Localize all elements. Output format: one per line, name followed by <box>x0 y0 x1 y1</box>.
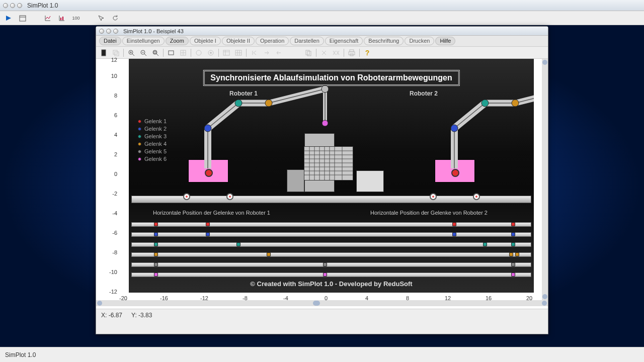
marker <box>154 262 158 266</box>
print-icon[interactable] <box>347 48 356 57</box>
y-tick: 2 <box>100 151 117 157</box>
plot-canvas[interactable]: Synchronisierte Ablaufsimulation von Rob… <box>129 59 534 293</box>
y-tick: -2 <box>100 191 117 197</box>
marker <box>452 222 456 226</box>
svg-point-15 <box>153 50 157 54</box>
window-control-icon[interactable] <box>17 3 22 8</box>
legend: Gelenk 1 Gelenk 2 Gelenk 3 Gelenk 4 Gele… <box>138 117 167 163</box>
marker <box>511 262 515 266</box>
zoom-in-icon[interactable] <box>127 48 136 57</box>
marker <box>154 242 158 246</box>
chart-bars-icon[interactable] <box>57 14 66 23</box>
window-control-icon[interactable] <box>10 3 15 8</box>
scrollbar-vertical[interactable] <box>542 59 548 300</box>
marker <box>154 222 158 226</box>
nav-first-icon[interactable] <box>250 48 259 57</box>
marker <box>154 232 158 236</box>
marker <box>267 252 271 256</box>
circle-a-icon[interactable] <box>194 48 203 57</box>
svg-point-55 <box>322 120 328 126</box>
zoom-fit-icon[interactable] <box>151 48 160 57</box>
marker <box>154 252 158 256</box>
track <box>131 262 531 267</box>
nav-next-icon[interactable] <box>262 48 271 57</box>
y-tick: -6 <box>100 230 117 236</box>
menu-datei[interactable]: Datei <box>99 37 121 45</box>
menu-beschriftung[interactable]: Beschriftung <box>364 37 404 45</box>
menu-eigenschaft[interactable]: Eigenschaft <box>325 37 363 45</box>
svg-point-54 <box>321 85 329 93</box>
y-tick: -8 <box>100 249 117 255</box>
marker <box>511 222 515 226</box>
window-control-icon[interactable] <box>3 3 8 8</box>
y-axis: 12 10 8 6 4 2 0 -2 -4 -6 -8 -10 -12 <box>96 59 121 294</box>
marker <box>511 242 515 246</box>
menu-objekte-1[interactable]: Objekte I <box>190 37 221 45</box>
legend-item: Gelenk 2 <box>138 126 167 132</box>
marker <box>452 232 456 236</box>
marker <box>483 242 487 246</box>
window-control-icon[interactable] <box>106 29 111 34</box>
svg-rect-6 <box>113 50 117 54</box>
marker <box>154 273 158 277</box>
window-control-icon[interactable] <box>113 29 118 34</box>
help-icon[interactable]: ? <box>363 48 372 57</box>
outer-titlebar: SimPlot 1.0 <box>0 0 644 11</box>
cursor-icon[interactable] <box>97 14 106 23</box>
nav-prev-icon[interactable] <box>274 48 283 57</box>
scrollbar-horizontal[interactable] <box>96 300 548 306</box>
menu-hilfe[interactable]: Hilfe <box>435 37 455 45</box>
play-icon[interactable] <box>4 14 13 23</box>
menu-darstellen[interactable]: Darstellen <box>290 37 324 45</box>
svg-point-53 <box>265 100 272 107</box>
svg-point-51 <box>204 125 211 132</box>
outer-status-text: SimPlot 1.0 <box>5 351 36 358</box>
menu-objekte-2[interactable]: Objekte II <box>222 37 255 45</box>
robot2-cart <box>435 159 475 183</box>
marker <box>511 232 515 236</box>
svg-line-9 <box>132 54 134 56</box>
window-control-icon[interactable] <box>99 29 104 34</box>
marker <box>323 262 327 266</box>
menu-einstellungen[interactable]: Einstellungen <box>122 37 165 45</box>
menu-operation[interactable]: Operation <box>256 37 289 45</box>
copy-page-icon[interactable] <box>304 48 313 57</box>
legend-item: Gelenk 3 <box>138 133 167 139</box>
chart-axes-icon[interactable] <box>43 14 52 23</box>
svg-rect-34 <box>350 50 354 52</box>
svg-rect-3 <box>60 18 61 20</box>
copy-icon[interactable] <box>111 48 120 57</box>
svg-point-56 <box>451 125 458 132</box>
grid-box <box>304 146 353 180</box>
calendar-icon[interactable] <box>18 14 27 23</box>
grid-icon[interactable] <box>234 48 243 57</box>
plot-footer: © Created with SimPlot 1.0 - Developed b… <box>129 280 534 288</box>
outer-toolbar: 100 <box>0 11 644 25</box>
svg-rect-25 <box>223 50 229 55</box>
ground-rail <box>131 196 531 203</box>
legend-item: Gelenk 5 <box>138 148 167 154</box>
status-x-label: X: <box>101 312 107 319</box>
rect-icon[interactable] <box>167 48 176 57</box>
y-tick: -10 <box>100 269 117 275</box>
menu-zoom[interactable]: Zoom <box>166 37 189 45</box>
table-icon[interactable] <box>222 48 231 57</box>
child-statusbar: X: -6.87 Y: -3.83 <box>96 309 548 321</box>
chart-100-icon[interactable]: 100 <box>71 14 80 23</box>
zoom-out-icon[interactable] <box>139 48 148 57</box>
marker <box>323 273 327 277</box>
close-x-icon[interactable] <box>319 48 329 57</box>
grid3-icon[interactable] <box>179 48 188 57</box>
menubar: Datei Einstellungen Zoom Objekte I Objek… <box>96 36 548 47</box>
legend-item: Gelenk 6 <box>138 156 167 162</box>
marker <box>509 252 513 256</box>
device-icon[interactable] <box>99 48 108 57</box>
status-y-label: Y: <box>131 312 137 319</box>
svg-rect-18 <box>169 51 174 55</box>
circle-b-icon[interactable] <box>206 48 215 57</box>
track <box>131 242 531 247</box>
menu-drucken[interactable]: Drucken <box>405 37 434 45</box>
rotate-icon[interactable] <box>111 14 120 23</box>
box-object <box>287 169 304 192</box>
close-xx-icon[interactable] <box>332 48 341 57</box>
